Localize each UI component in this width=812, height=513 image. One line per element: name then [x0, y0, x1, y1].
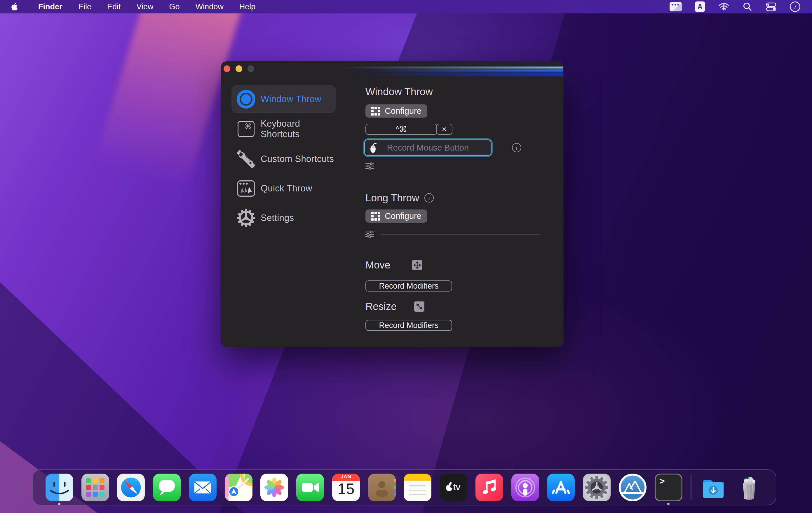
record-mouse-button[interactable]: Record Mouse Button [364, 140, 492, 156]
gear-icon [237, 209, 255, 227]
record-mouse-row: Record Mouse Button i [364, 140, 521, 156]
record-modifiers-button-resize[interactable]: Record Modifiers [366, 320, 452, 331]
dock-photos-icon[interactable] [260, 474, 288, 501]
long-throw-title: Long Throw i [366, 192, 434, 204]
apple-menu-icon[interactable] [11, 2, 19, 11]
dock-podcasts-icon[interactable] [511, 474, 539, 501]
dock-launchpad-icon[interactable] [81, 474, 109, 501]
move-row: Move [366, 259, 422, 271]
dock-system-preferences-icon[interactable] [583, 474, 611, 501]
move-icon [412, 260, 422, 270]
settings-panel: Window Throw Configure ^⌘ × R [366, 61, 563, 347]
info-icon-mouse[interactable]: i [512, 143, 521, 152]
menubar-app-name[interactable]: Finder [30, 0, 71, 13]
sidebar-item-label: Window Throw [261, 94, 321, 104]
sidebar-item-custom-shortcuts[interactable]: Custom Shortcuts [231, 145, 336, 173]
quick-throw-icon [237, 180, 255, 197]
grid-icon [371, 107, 380, 116]
menubar-item-window[interactable]: Window [188, 0, 231, 13]
dock-maps-icon[interactable] [225, 474, 253, 501]
sidebar-item-quick-throw[interactable]: Quick Throw [231, 175, 336, 202]
desktop: Finder File Edit View Go Window Help A [0, 0, 812, 513]
record-modifiers-button-move[interactable]: Record Modifiers [366, 280, 452, 292]
dock-contacts-icon[interactable] [368, 474, 396, 501]
sliders-icon-long-throw[interactable] [366, 231, 374, 239]
panel-title: Window Throw [366, 86, 433, 97]
resize-label: Resize [366, 301, 397, 312]
dock-trash-icon[interactable] [735, 474, 763, 501]
menu-bar: Finder File Edit View Go Window Help A [0, 0, 812, 13]
minimize-button[interactable] [236, 65, 242, 72]
menubar-item-edit[interactable]: Edit [99, 0, 129, 13]
info-icon-long-throw[interactable]: i [425, 193, 434, 203]
zoom-button[interactable] [248, 65, 254, 72]
configure-button-long-throw[interactable]: Configure [366, 210, 427, 223]
sidebar-item-keyboard-shortcuts[interactable]: ⌘ Keyboard Shortcuts [231, 115, 336, 143]
dock-app-store-icon[interactable] [547, 474, 575, 501]
menubar-item-help[interactable]: Help [231, 0, 264, 13]
divider [381, 166, 541, 166]
dock-mosaic-icon[interactable] [619, 474, 646, 501]
hotkey-field[interactable]: ^⌘ [366, 124, 437, 135]
dock-apple-tv-icon[interactable]: tv [440, 474, 467, 501]
terminal-glyph: >_ [660, 477, 670, 487]
hotkey-row: ^⌘ × [366, 124, 453, 135]
clock-icon[interactable]: 7 [790, 1, 800, 12]
dock-calendar-icon[interactable]: JAN 15 [332, 474, 360, 501]
dock-downloads-icon[interactable] [699, 474, 727, 501]
dock-messages-icon[interactable] [153, 474, 181, 501]
menubar-item-go[interactable]: Go [162, 0, 188, 13]
menubar-item-view[interactable]: View [129, 0, 162, 13]
dock-safari-icon[interactable] [117, 474, 145, 501]
window-throw-icon [237, 90, 255, 109]
grid-icon [371, 212, 380, 221]
resize-icon [414, 301, 425, 312]
menubar-item-file[interactable]: File [71, 0, 99, 13]
command-key-icon: ⌘ [238, 121, 255, 137]
wifi-alert-icon[interactable] [718, 0, 730, 13]
divider [381, 234, 541, 235]
dock-divider [691, 475, 692, 500]
control-center-icon[interactable] [765, 0, 777, 13]
ruler-wrench-icon [237, 150, 255, 168]
sidebar-item-label: Keyboard Shortcuts [261, 118, 336, 140]
sidebar-item-label: Quick Throw [261, 183, 312, 194]
sliders-icon-window-throw[interactable] [366, 162, 374, 171]
configure-button-window-throw[interactable]: Configure [366, 104, 427, 118]
record-mouse-placeholder: Record Mouse Button [387, 143, 469, 153]
calendar-day: 15 [332, 480, 360, 497]
close-button[interactable] [224, 65, 230, 72]
dock-notes-icon[interactable] [404, 474, 431, 501]
spotlight-icon[interactable] [743, 0, 752, 13]
mouse-icon [370, 143, 378, 154]
dock-terminal-icon[interactable]: >_ [655, 474, 683, 501]
clear-hotkey-button[interactable]: × [436, 124, 453, 135]
dock-facetime-icon[interactable] [296, 474, 324, 501]
sidebar-item-label: Settings [261, 213, 294, 223]
move-label: Move [366, 259, 390, 271]
sidebar-item-settings[interactable]: Settings [231, 204, 336, 232]
resize-row: Resize [366, 301, 425, 312]
app-window: Window Throw ⌘ Keyboard Shortcuts [221, 61, 563, 347]
appletv-text: tv [453, 481, 461, 492]
dock-finder-icon[interactable] [46, 474, 73, 501]
sidebar-item-window-throw[interactable]: Window Throw [231, 85, 336, 113]
sidebar-item-label: Custom Shortcuts [261, 154, 334, 164]
calendar-month: JAN [332, 474, 360, 480]
dock-mail-icon[interactable] [189, 474, 216, 501]
dock-music-icon[interactable] [475, 474, 503, 501]
input-source-icon[interactable]: A [695, 0, 705, 13]
keyboard-icon[interactable] [670, 0, 682, 13]
dock: JAN 15 [32, 469, 776, 505]
